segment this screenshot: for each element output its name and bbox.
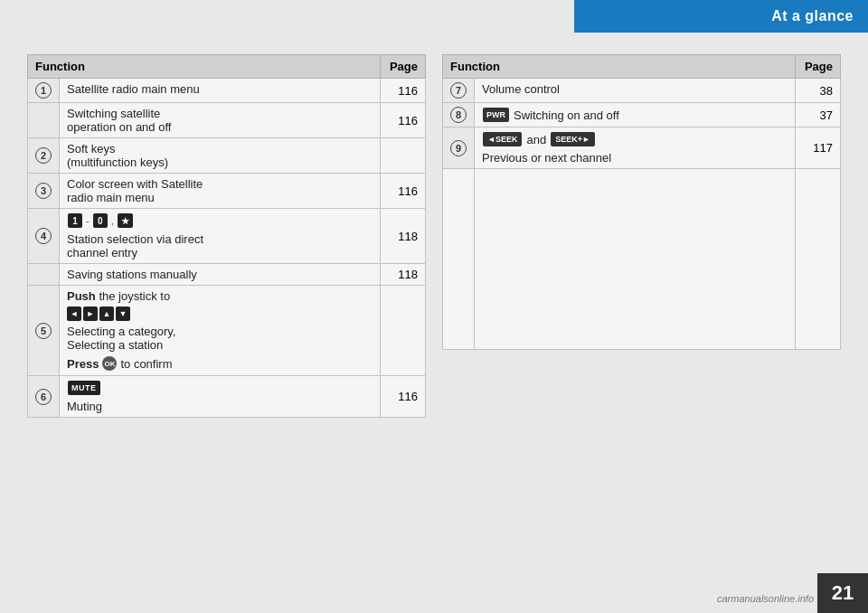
- watermark-logo: carmanualsonline.info: [717, 593, 814, 604]
- row-number: 6: [28, 376, 60, 418]
- pwr-badge: PWR: [483, 108, 509, 122]
- row-function: 1 - 0 , ★ Station selection via directch…: [60, 209, 381, 264]
- circle-7: 7: [450, 82, 467, 99]
- key-star-badge: ★: [118, 213, 133, 228]
- comma-separator: ,: [111, 215, 114, 226]
- row-page: 37: [796, 103, 841, 127]
- circle-1: 1: [35, 82, 52, 99]
- circle-4: 4: [35, 228, 52, 244]
- channel-text: Previous or next channel: [482, 151, 611, 165]
- selecting-text: Selecting a category,Selecting a station: [67, 325, 175, 352]
- press-text: Press: [67, 357, 99, 371]
- row-number: 2: [28, 138, 60, 174]
- ok-badge: OK: [102, 356, 117, 371]
- row-function: Volume control: [475, 79, 796, 103]
- function-text: Switching satelliteoperation on and off: [67, 107, 171, 134]
- left-function-header: Function: [28, 55, 381, 79]
- table-row: 3 Color screen with Satelliteradio main …: [28, 174, 426, 209]
- row-page: 116: [381, 174, 426, 209]
- page-title: At a glance: [771, 8, 854, 24]
- dash-separator: -: [86, 215, 90, 226]
- table-row: Switching satelliteoperation on and off …: [28, 103, 426, 138]
- row-page: 118: [381, 264, 426, 286]
- seek-fwd-badge: SEEK+►: [551, 132, 595, 146]
- circle-8: 8: [450, 107, 467, 123]
- function-text: Soft keys(multifunction keys): [67, 142, 168, 169]
- right-page-header: Page: [796, 55, 841, 79]
- table-row: 9 ◄SEEK and SEEK+► Previous or next chan…: [443, 127, 841, 169]
- table-row: 4 1 - 0 , ★ Station selection via direct…: [28, 209, 426, 264]
- row-function: MUTE Muting: [60, 376, 381, 418]
- row-function: Push the joystick to ◄ ► ▲ ▼ Selecting a…: [60, 286, 381, 376]
- row-page: 116: [381, 103, 426, 138]
- row-number-empty: [28, 103, 60, 138]
- table-row: 6 MUTE Muting 116: [28, 376, 426, 418]
- row-page: 116: [381, 79, 426, 103]
- row-page: 117: [796, 127, 841, 169]
- row-function: ◄SEEK and SEEK+► Previous or next channe…: [475, 127, 796, 169]
- function-text: Color screen with Satelliteradio main me…: [67, 177, 203, 204]
- right-function-header: Function: [443, 55, 796, 79]
- function-text: Volume control: [482, 82, 560, 96]
- function-text: Switching on and off: [514, 108, 619, 122]
- table-row: 2 Soft keys(multifunction keys): [28, 138, 426, 174]
- left-page-header: Page: [381, 55, 426, 79]
- key-1-badge: 1: [68, 213, 82, 228]
- left-arrow-key: ◄: [67, 306, 81, 321]
- table-row: Saving stations manually 118: [28, 264, 426, 286]
- function-text: Saving stations manually: [67, 268, 197, 281]
- muting-text: Muting: [67, 400, 102, 413]
- circle-5: 5: [35, 323, 52, 339]
- table-row: 1 Satellite radio main menu 116: [28, 79, 426, 103]
- circle-3: 3: [35, 183, 52, 199]
- row-number: 8: [443, 103, 475, 127]
- header-bar: At a glance: [574, 0, 868, 33]
- table-row: 8 PWR Switching on and off 37: [443, 103, 841, 127]
- joystick-text: the joystick to: [99, 289, 170, 303]
- row-function: Saving stations manually: [60, 264, 381, 286]
- table-row: 5 Push the joystick to ◄ ► ▲ ▼ Selecting…: [28, 286, 426, 376]
- row-page: [381, 138, 426, 174]
- row-page: [381, 286, 426, 376]
- mute-badge: MUTE: [68, 381, 100, 395]
- row-function: Color screen with Satelliteradio main me…: [60, 174, 381, 209]
- confirm-text: to confirm: [120, 357, 172, 371]
- arrow-keys-group: ◄ ► ▲ ▼: [67, 306, 373, 321]
- right-function-table: Function Page 7 Volume control 38 8: [442, 54, 841, 350]
- down-arrow-key: ▼: [116, 306, 130, 321]
- up-arrow-key: ▲: [99, 306, 114, 321]
- seek-back-badge: ◄SEEK: [483, 132, 522, 146]
- push-text: Push: [67, 289, 96, 303]
- right-arrow-key: ►: [83, 306, 98, 321]
- row-function: Soft keys(multifunction keys): [60, 138, 381, 174]
- filler-row: [443, 169, 841, 350]
- circle-9: 9: [450, 140, 467, 156]
- page-number-badge: 21: [817, 573, 868, 613]
- row-function: Satellite radio main menu: [60, 79, 381, 103]
- row-function: Switching satelliteoperation on and off: [60, 103, 381, 138]
- row-number: 7: [443, 79, 475, 103]
- row-number: 3: [28, 174, 60, 209]
- row-page: 118: [381, 209, 426, 264]
- row-page: 116: [381, 376, 426, 418]
- function-text: Satellite radio main menu: [67, 82, 200, 96]
- row-number: 4: [28, 209, 60, 264]
- content-area: Function Page 1 Satellite radio main men…: [27, 54, 841, 559]
- left-function-table: Function Page 1 Satellite radio main men…: [27, 54, 426, 418]
- and-text: and: [526, 133, 546, 146]
- row-number: 9: [443, 127, 475, 169]
- row-number-empty: [28, 264, 60, 286]
- circle-2: 2: [35, 147, 52, 164]
- key-0-badge: 0: [93, 213, 108, 228]
- circle-6: 6: [35, 389, 52, 405]
- function-text: Station selection via directchannel entr…: [67, 232, 203, 259]
- row-function: PWR Switching on and off: [475, 103, 796, 127]
- row-number: 1: [28, 79, 60, 103]
- table-row: 7 Volume control 38: [443, 79, 841, 103]
- row-page: 38: [796, 79, 841, 103]
- row-number: 5: [28, 286, 60, 376]
